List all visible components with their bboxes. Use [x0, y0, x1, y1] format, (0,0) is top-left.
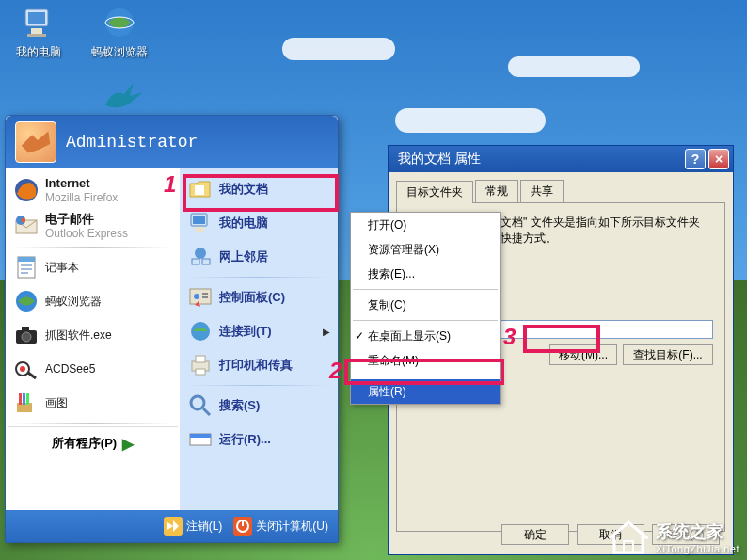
sm-item-email[interactable]: 电子邮件Outlook Express [8, 208, 178, 244]
item-main: Internet [45, 176, 90, 190]
ctx-label: 重命名(M) [368, 354, 419, 367]
watermark-line1: 系统之家 [656, 520, 739, 543]
desktop: 我的电脑 蚂蚁浏览器 Administrator InternetMozilla… [0, 0, 747, 560]
ctx-label: 在桌面上显示(S) [368, 329, 451, 343]
svg-point-16 [22, 332, 31, 342]
ok-button[interactable]: 确定 [501, 524, 569, 545]
ctx-label: 搜索(E)... [368, 267, 415, 280]
separator [13, 247, 172, 248]
svg-rect-3 [27, 34, 46, 37]
move-button[interactable]: 移动(M)... [549, 344, 617, 365]
all-programs-label: 所有程序(P) [52, 435, 117, 452]
printer-icon [187, 352, 214, 378]
tab-general[interactable]: 常规 [475, 180, 518, 202]
shutdown-button[interactable]: 关闭计算机(U) [233, 517, 328, 536]
help-button[interactable]: ? [685, 149, 706, 169]
desktop-icon-ant-browser[interactable]: 蚂蚁浏览器 [87, 4, 152, 58]
svg-point-29 [195, 248, 206, 259]
item-label: ACDSee5 [45, 362, 95, 376]
item-label: 运行(R)... [219, 432, 271, 446]
sm-item-my-network[interactable]: 网上邻居 [182, 240, 336, 274]
item-label: 打印机和传真 [219, 358, 293, 372]
item-main: 电子邮件 [45, 212, 94, 226]
svg-point-40 [191, 396, 204, 409]
notepad-icon [13, 254, 40, 280]
sm-item-internet[interactable]: InternetMozilla Firefox [8, 172, 178, 208]
svg-rect-17 [22, 327, 29, 331]
find-target-button[interactable]: 查找目标(F)... [623, 344, 713, 365]
cloud [508, 56, 640, 77]
ctx-search[interactable]: 搜索(E)... [351, 262, 500, 286]
svg-rect-25 [195, 185, 204, 195]
annotation-number-1: 1 [164, 171, 176, 198]
sm-item-connect-to[interactable]: 连接到(T) ▶ [182, 314, 336, 348]
ctx-open[interactable]: 打开(O) [351, 213, 500, 237]
sm-item-paint[interactable]: 画图 [8, 386, 178, 420]
tab-sharing[interactable]: 共享 [520, 180, 564, 202]
ctx-label: 资源管理器(X) [368, 243, 439, 256]
item-label: 画图 [45, 396, 68, 409]
desktop-icon-my-computer[interactable]: 我的电脑 [6, 4, 72, 58]
submenu-arrow-icon: ▶ [323, 327, 330, 337]
item-label: 搜索(S) [219, 398, 260, 412]
user-avatar [15, 121, 56, 163]
cloud [282, 38, 395, 60]
btn-label: 查找目标(F)... [633, 348, 702, 361]
svg-line-41 [203, 408, 210, 415]
svg-rect-23 [23, 393, 25, 405]
separator [353, 289, 498, 290]
svg-rect-35 [202, 296, 208, 298]
svg-rect-34 [202, 293, 208, 295]
run-icon [187, 426, 214, 453]
svg-rect-10 [18, 257, 35, 262]
network-icon [187, 244, 214, 270]
computer-icon [20, 4, 57, 41]
sm-item-my-computer-r[interactable]: 我的电脑 [182, 206, 336, 240]
sm-item-printers[interactable]: 打印机和传真 [182, 348, 336, 382]
sm-item-ant-browser[interactable]: 蚂蚁浏览器 [8, 284, 178, 318]
start-menu-left-pane: InternetMozilla Firefox 电子邮件Outlook Expr… [6, 168, 180, 510]
start-menu-body: InternetMozilla Firefox 电子邮件Outlook Expr… [6, 168, 338, 510]
ctx-label: 打开(O) [368, 218, 406, 232]
ctx-rename[interactable]: 重命名(M) [351, 348, 500, 373]
bird-decoration [102, 79, 147, 115]
sm-item-acdsee[interactable]: ACDSee5 [8, 352, 178, 386]
logoff-label: 注销(L) [186, 519, 223, 535]
sm-item-my-documents[interactable]: 我的文档 [182, 172, 336, 206]
watermark-line2: XiTongZhiJia.net [656, 543, 739, 554]
item-sub: Mozilla Firefox [45, 191, 118, 204]
item-label: 记事本 [45, 261, 79, 274]
logoff-button[interactable]: 注销(L) [164, 517, 223, 536]
close-button[interactable]: × [708, 149, 729, 169]
sm-item-search[interactable]: 搜索(S) [182, 389, 336, 423]
dialog-titlebar[interactable]: 我的文档 属性 ? × [389, 146, 733, 172]
cloud [395, 108, 546, 133]
logoff-icon [164, 517, 183, 536]
svg-rect-22 [19, 393, 22, 405]
sm-item-control-panel[interactable]: 控制面板(C) [182, 280, 336, 314]
start-menu-footer: 注销(L) 关闭计算机(U) [6, 510, 338, 542]
btn-label: 确定 [524, 528, 547, 541]
start-menu-right-pane: 我的文档 我的电脑 网上邻居 控制面板(C) 连接到(T) [180, 168, 338, 510]
svg-rect-2 [31, 28, 42, 34]
tab-target-folder[interactable]: 目标文件夹 [396, 181, 473, 203]
username-label: Administrator [66, 133, 198, 152]
svg-rect-43 [190, 434, 211, 438]
separator [187, 385, 330, 386]
desktop-icon-label: 我的电脑 [6, 45, 72, 58]
dialog-body-text-2: 快捷方式。 [501, 231, 713, 247]
arrow-right-icon: ▶ [122, 435, 134, 453]
sm-item-capture[interactable]: 抓图软件.exe [8, 318, 178, 352]
ctx-explorer[interactable]: 资源管理器(X) [351, 237, 500, 262]
ctx-show-desktop[interactable]: 在桌面上显示(S) [351, 324, 500, 348]
ctx-copy[interactable]: 复制(C) [351, 293, 500, 317]
email-icon [13, 213, 40, 239]
ctx-properties[interactable]: 属性(R) [351, 379, 500, 404]
sm-item-run[interactable]: 运行(R)... [182, 423, 336, 456]
all-programs-button[interactable]: 所有程序(P) ▶ [8, 426, 178, 460]
control-panel-icon [187, 284, 214, 311]
watermark: 系统之家 XiTongZhiJia.net [609, 520, 739, 554]
sm-item-notepad[interactable]: 记事本 [8, 250, 178, 284]
tab-label: 常规 [485, 184, 508, 198]
svg-rect-39 [196, 369, 205, 375]
